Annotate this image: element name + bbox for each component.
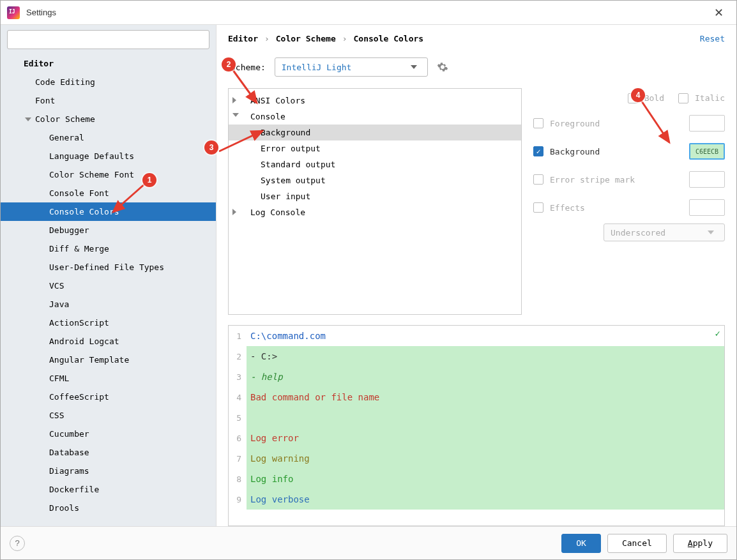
effects-select[interactable]: Underscored xyxy=(604,223,725,241)
preview-line: 9Log verbose xyxy=(229,489,724,510)
tree-item[interactable]: VCS xyxy=(1,276,216,295)
color-tree-item[interactable]: User input xyxy=(229,188,521,204)
tree-item[interactable]: CoffeeScript xyxy=(1,388,216,406)
code-text: Bad command or file name xyxy=(247,387,724,407)
color-tree-item[interactable]: Background xyxy=(229,125,521,140)
italic-label: Italic xyxy=(695,93,725,103)
chevron-right-icon: › xyxy=(264,34,270,43)
help-icon[interactable]: ? xyxy=(10,536,25,551)
tree-item[interactable]: Console Font xyxy=(1,184,216,202)
checkbox-italic[interactable] xyxy=(678,93,688,103)
color-tree-group[interactable]: Console xyxy=(229,109,521,125)
sidebar: Editor Code Editing Font Color Scheme Ge… xyxy=(1,25,217,526)
chevron-down-icon xyxy=(232,113,239,117)
footer: ? OK Cancel Apply xyxy=(1,526,736,559)
code-text: Log error xyxy=(247,428,724,448)
gutter-number: 8 xyxy=(229,474,247,484)
preview-line: 4Bad command or file name xyxy=(229,387,724,407)
cancel-button[interactable]: Cancel xyxy=(607,534,667,553)
annotation-marker-3: 3 xyxy=(204,140,218,155)
close-icon[interactable]: ✕ xyxy=(708,3,730,22)
gutter-number: 7 xyxy=(229,454,247,464)
code-text: Log verbose xyxy=(247,489,724,510)
tree-item-color-scheme[interactable]: Color Scheme xyxy=(1,110,216,128)
tree-item-label: Color Scheme xyxy=(35,114,95,124)
scheme-value: IntelliJ Light xyxy=(282,63,352,72)
breadcrumb-seg[interactable]: Editor xyxy=(228,34,258,43)
background-swatch[interactable]: C6EECB xyxy=(689,143,725,160)
tree-item[interactable]: General xyxy=(1,128,216,147)
checkbox-error-stripe[interactable] xyxy=(533,174,543,185)
tree-item[interactable]: Dockerfile xyxy=(1,480,216,499)
tree-item[interactable]: User-Defined File Types xyxy=(1,258,216,276)
scheme-select[interactable]: IntelliJ Light xyxy=(275,57,428,77)
preview-line: 5 xyxy=(229,407,724,428)
tree-item[interactable]: ActionScript xyxy=(1,314,216,332)
tree-item[interactable]: Console Colors xyxy=(1,202,216,221)
breadcrumb: Editor › Color Scheme › Console Colors xyxy=(228,34,725,43)
preview-line: 6Log error xyxy=(229,428,724,448)
foreground-swatch[interactable] xyxy=(689,115,725,132)
tree-group-editor[interactable]: Editor xyxy=(1,54,216,73)
gutter-number: 4 xyxy=(229,393,247,402)
bold-label: Bold xyxy=(644,93,664,103)
code-text: - C:> xyxy=(247,346,724,367)
background-label: Background xyxy=(550,147,600,156)
gear-icon[interactable] xyxy=(437,61,448,73)
color-tree-item[interactable]: Standard output xyxy=(229,156,521,172)
color-tree-group[interactable]: ANSI Colors xyxy=(229,93,521,109)
checkbox-foreground[interactable] xyxy=(533,118,543,128)
effects-swatch[interactable] xyxy=(689,199,725,216)
tree-item[interactable]: Language Defaults xyxy=(1,147,216,165)
preview-line: 8Log info xyxy=(229,469,724,489)
tree-item[interactable]: Code Editing xyxy=(1,73,216,91)
ok-button[interactable]: OK xyxy=(561,534,601,553)
tree-item[interactable]: Debugger xyxy=(1,221,216,239)
chevron-right-icon xyxy=(232,209,236,215)
color-tree-item[interactable]: System output xyxy=(229,172,521,188)
tree-item[interactable]: Android Logcat xyxy=(1,332,216,351)
tree-item[interactable]: CFML xyxy=(1,369,216,388)
breadcrumb-seg[interactable]: Color Scheme xyxy=(276,34,336,43)
tree-item[interactable]: Database xyxy=(1,443,216,462)
effects-label: Effects xyxy=(550,203,585,213)
tree-item[interactable]: Angular Template xyxy=(1,351,216,369)
error-stripe-swatch[interactable] xyxy=(689,171,725,188)
gutter-number: 1 xyxy=(229,331,247,341)
breadcrumb-seg[interactable]: Console Colors xyxy=(354,34,424,43)
chevron-right-icon: › xyxy=(342,34,347,43)
preview-pane[interactable]: ✓ 1C:\command.com2- C:>3- help4Bad comma… xyxy=(228,325,725,526)
settings-tree[interactable]: Editor Code Editing Font Color Scheme Ge… xyxy=(1,54,216,526)
error-stripe-label: Error stripe mark xyxy=(550,175,635,185)
scheme-label: Scheme: xyxy=(231,63,266,72)
color-categories-tree[interactable]: ANSI Colors ConsoleBackgroundError outpu… xyxy=(228,88,522,315)
checkbox-background[interactable] xyxy=(533,146,543,156)
gutter-number: 6 xyxy=(229,434,247,443)
tree-item[interactable]: Drools xyxy=(1,499,216,517)
checkbox-effects[interactable] xyxy=(533,202,543,213)
preview-line: 1C:\command.com xyxy=(229,326,724,346)
color-tree-item[interactable]: Error output xyxy=(229,140,521,156)
tree-item[interactable]: Color Scheme Font xyxy=(1,165,216,184)
chevron-down-icon xyxy=(411,65,417,69)
chevron-down-icon xyxy=(25,117,31,121)
tree-item[interactable]: Java xyxy=(1,295,216,314)
annotation-marker-2: 2 xyxy=(222,57,236,72)
tree-item[interactable]: Diagrams xyxy=(1,462,216,480)
tree-item[interactable]: CSS xyxy=(1,406,216,425)
chevron-down-icon xyxy=(708,231,714,234)
reset-link[interactable]: Reset xyxy=(700,34,725,43)
color-tree-group[interactable]: Log Console xyxy=(229,204,521,220)
tree-item[interactable]: Cucumber xyxy=(1,425,216,443)
color-tree-group-label: Console xyxy=(250,112,285,121)
gutter-number: 5 xyxy=(229,413,247,423)
app-icon xyxy=(7,6,20,19)
tree-item[interactable]: Font xyxy=(1,91,216,110)
titlebar: Settings ✕ xyxy=(1,1,736,25)
gutter-number: 3 xyxy=(229,372,247,382)
apply-button[interactable]: Apply xyxy=(673,534,727,553)
gutter-number: 2 xyxy=(229,352,247,361)
search-input[interactable] xyxy=(7,30,209,49)
tree-item[interactable]: Diff & Merge xyxy=(1,239,216,258)
color-tree-group-label: Log Console xyxy=(250,208,305,217)
